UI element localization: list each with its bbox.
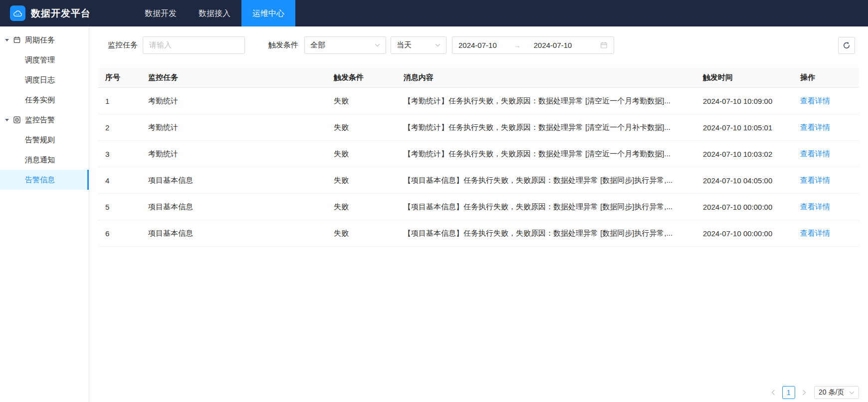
caret-down-icon bbox=[5, 39, 9, 41]
caret-down-icon bbox=[5, 119, 9, 121]
trigger-condition-label: 触发条件 bbox=[268, 40, 298, 50]
cell-message: 【项目基本信息】任务执行失败，失败原因：数据处理异常 [数据同步]执行异常,..… bbox=[397, 229, 696, 238]
chevron-down-icon bbox=[435, 43, 440, 47]
calendar-icon bbox=[600, 41, 608, 49]
cell-task: 项目基本信息 bbox=[141, 176, 327, 185]
table-row: 3 考勤统计 失败 【考勤统计】任务执行失败，失败原因：数据处理异常 [清空近一… bbox=[98, 141, 859, 167]
view-detail-link[interactable]: 查看详情 bbox=[800, 123, 830, 131]
cell-time: 2024-07-10 10:09:00 bbox=[696, 97, 793, 105]
cell-condition: 失败 bbox=[327, 149, 397, 159]
refresh-icon bbox=[843, 41, 851, 49]
view-detail-link[interactable]: 查看详情 bbox=[800, 176, 830, 184]
prev-page-button[interactable] bbox=[767, 386, 779, 399]
trigger-condition-select[interactable]: 全部 bbox=[304, 36, 386, 54]
date-end-value: 2024-07-10 bbox=[534, 41, 572, 49]
filter-bar: 监控任务 请输入 触发条件 全部 当天 2024-07-10 → 2024-0 bbox=[108, 36, 855, 54]
select-value: 全部 bbox=[310, 40, 325, 50]
col-header-time: 触发时间 bbox=[696, 73, 793, 82]
tree-group-monitor-alert[interactable]: 监控告警 bbox=[0, 110, 89, 130]
page-size-select[interactable]: 20 条/页 bbox=[814, 386, 859, 399]
cell-message: 【项目基本信息】任务执行失败，失败原因：数据处理异常 [数据同步]执行异常,..… bbox=[397, 176, 696, 185]
table-row: 4 项目基本信息 失败 【项目基本信息】任务执行失败，失败原因：数据处理异常 [… bbox=[98, 167, 859, 194]
table-header-row: 序号 监控任务 触发条件 消息内容 触发时间 操作 bbox=[98, 67, 859, 88]
cell-index: 6 bbox=[98, 229, 141, 238]
cell-task: 项目基本信息 bbox=[141, 202, 327, 212]
page-number-button[interactable]: 1 bbox=[782, 386, 795, 399]
monitor-icon bbox=[13, 116, 21, 124]
select-value: 当天 bbox=[397, 40, 412, 50]
table-row: 2 考勤统计 失败 【考勤统计】任务执行失败，失败原因：数据处理异常 [清空近一… bbox=[98, 114, 859, 141]
main-content: 监控任务 请输入 触发条件 全部 当天 2024-07-10 → 2024-0 bbox=[89, 26, 868, 402]
app-title: 数据开发平台 bbox=[31, 7, 91, 20]
col-header-action: 操作 bbox=[793, 73, 859, 82]
nav-tab-data-development[interactable]: 数据开发 bbox=[134, 0, 188, 26]
chevron-down-icon bbox=[849, 391, 855, 395]
sidebar-item-task-instance[interactable]: 任务实例 bbox=[0, 90, 89, 110]
cell-task: 考勤统计 bbox=[141, 149, 327, 159]
date-range-preset-select[interactable]: 当天 bbox=[391, 36, 446, 54]
next-page-button[interactable] bbox=[798, 386, 810, 399]
nav-tab-data-ingestion[interactable]: 数据接入 bbox=[188, 0, 241, 26]
sidebar-item-schedule-log[interactable]: 调度日志 bbox=[0, 70, 89, 90]
tree-group-label: 周期任务 bbox=[25, 35, 55, 45]
cell-condition: 失败 bbox=[327, 229, 397, 238]
cell-time: 2024-07-10 00:00:00 bbox=[696, 229, 793, 238]
top-nav-tabs: 数据开发 数据接入 运维中心 bbox=[134, 0, 295, 26]
monitor-task-label: 监控任务 bbox=[108, 40, 138, 50]
view-detail-link[interactable]: 查看详情 bbox=[800, 202, 830, 211]
cell-message: 【项目基本信息】任务执行失败，失败原因：数据处理异常 [数据同步]执行异常,..… bbox=[397, 202, 696, 212]
sidebar-item-alert-info[interactable]: 告警信息 bbox=[0, 170, 89, 190]
table-row: 6 项目基本信息 失败 【项目基本信息】任务执行失败，失败原因：数据处理异常 [… bbox=[98, 220, 859, 247]
col-header-condition: 触发条件 bbox=[327, 73, 397, 82]
monitor-task-input[interactable]: 请输入 bbox=[143, 36, 245, 54]
chevron-down-icon bbox=[375, 43, 380, 47]
date-start-value: 2024-07-10 bbox=[458, 41, 497, 49]
refresh-button[interactable] bbox=[838, 37, 855, 54]
cell-index: 3 bbox=[98, 150, 141, 158]
table-row: 1 考勤统计 失败 【考勤统计】任务执行失败，失败原因：数据处理异常 [清空近一… bbox=[98, 88, 859, 114]
alert-table: 序号 监控任务 触发条件 消息内容 触发时间 操作 1 考勤统计 失败 【考勤统… bbox=[98, 67, 859, 247]
col-header-message: 消息内容 bbox=[397, 73, 696, 82]
input-placeholder: 请输入 bbox=[149, 40, 172, 50]
nav-tab-ops-center[interactable]: 运维中心 bbox=[241, 0, 295, 26]
calendar-icon bbox=[13, 36, 21, 44]
cell-time: 2024-07-10 10:03:02 bbox=[696, 150, 793, 158]
app-logo bbox=[10, 5, 25, 21]
cell-index: 2 bbox=[98, 123, 141, 132]
cell-task: 考勤统计 bbox=[141, 123, 327, 132]
chevron-left-icon bbox=[771, 390, 775, 396]
page-size-value: 20 条/页 bbox=[819, 388, 844, 397]
chevron-right-icon bbox=[802, 390, 806, 396]
cell-message: 【考勤统计】任务执行失败，失败原因：数据处理异常 [清空近一个月考勤数据]... bbox=[397, 149, 696, 159]
sidebar-item-schedule-management[interactable]: 调度管理 bbox=[0, 50, 89, 70]
tree-group-label: 监控告警 bbox=[25, 115, 55, 125]
cell-task: 项目基本信息 bbox=[141, 229, 327, 238]
cell-condition: 失败 bbox=[327, 123, 397, 132]
tree-group-periodic-task[interactable]: 周期任务 bbox=[0, 30, 89, 50]
view-detail-link[interactable]: 查看详情 bbox=[800, 96, 830, 105]
cell-time: 2024-07-10 04:05:00 bbox=[696, 176, 793, 185]
cell-task: 考勤统计 bbox=[141, 96, 327, 106]
view-detail-link[interactable]: 查看详情 bbox=[800, 149, 830, 158]
cell-condition: 失败 bbox=[327, 176, 397, 185]
cloud-logo-icon bbox=[13, 9, 23, 18]
cell-time: 2024-07-10 10:05:01 bbox=[696, 123, 793, 132]
col-header-index: 序号 bbox=[98, 73, 141, 82]
cell-index: 4 bbox=[98, 176, 141, 185]
date-range-picker[interactable]: 2024-07-10 → 2024-07-10 bbox=[452, 36, 614, 54]
cell-condition: 失败 bbox=[327, 202, 397, 212]
cell-index: 5 bbox=[98, 203, 141, 211]
date-range-arrow-icon: → bbox=[514, 41, 521, 49]
sidebar-item-message-notification[interactable]: 消息通知 bbox=[0, 150, 89, 170]
pagination: 1 20 条/页 bbox=[767, 386, 859, 399]
cell-message: 【考勤统计】任务执行失败，失败原因：数据处理异常 [清空近一个月补卡数据]... bbox=[397, 123, 696, 132]
cell-condition: 失败 bbox=[327, 96, 397, 106]
sidebar: 周期任务 调度管理 调度日志 任务实例 监控告警 告警规则 消息通知 告警信息 bbox=[0, 26, 89, 402]
cell-index: 1 bbox=[98, 97, 141, 105]
table-row: 5 项目基本信息 失败 【项目基本信息】任务执行失败，失败原因：数据处理异常 [… bbox=[98, 194, 859, 220]
col-header-task: 监控任务 bbox=[141, 73, 327, 82]
view-detail-link[interactable]: 查看详情 bbox=[800, 229, 830, 237]
sidebar-item-alert-rules[interactable]: 告警规则 bbox=[0, 130, 89, 150]
cell-time: 2024-07-10 00:00:00 bbox=[696, 203, 793, 211]
top-navbar: 数据开发平台 数据开发 数据接入 运维中心 bbox=[0, 0, 868, 26]
